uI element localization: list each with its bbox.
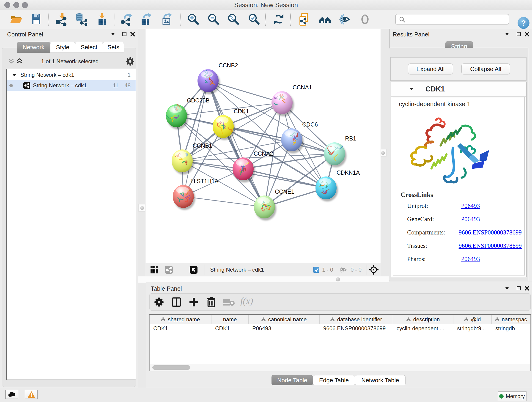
search-box[interactable] — [395, 14, 509, 25]
string-network-graph[interactable]: CCNB2CCNA1CDC25BCDK1CDC6RB1CCNB1CCNA2CDK… — [146, 29, 381, 263]
import-table-file-icon[interactable] — [96, 13, 109, 26]
tab-node-table[interactable]: Node Table — [272, 375, 313, 385]
help-button[interactable]: ? — [518, 17, 530, 29]
crosslink-link[interactable]: 9606.ENSP00000378699 — [459, 229, 522, 236]
results-panel-close-icon[interactable] — [525, 32, 530, 37]
import-network-database-icon[interactable] — [75, 13, 88, 26]
warnings-button[interactable] — [25, 390, 38, 399]
import-network-file-icon[interactable] — [55, 13, 68, 26]
tab-sets[interactable]: Sets — [103, 42, 124, 53]
edge-CCNB2-CCNE1[interactable] — [208, 81, 264, 207]
tab-select[interactable]: Select — [75, 42, 103, 53]
tab-edge-table[interactable]: Edge Table — [313, 375, 355, 385]
node-CDKN1A[interactable] — [316, 177, 338, 201]
expand-all-networks-icon[interactable] — [17, 58, 22, 65]
show-columns-icon[interactable] — [172, 297, 181, 307]
cdk1-section-header[interactable]: CDK1 — [391, 82, 526, 97]
network-canvas[interactable]: CCNB2CCNA1CDC25BCDK1CDC6RB1CCNB1CCNA2CDK… — [145, 29, 381, 263]
export-image-icon[interactable] — [160, 13, 173, 26]
add-column-icon[interactable] — [189, 297, 199, 307]
node-CDK1[interactable] — [213, 115, 235, 140]
column-header-canonical-name[interactable]: canonical name — [249, 315, 320, 324]
expand-all-button[interactable]: Expand All — [408, 64, 453, 75]
zoom-selected-icon[interactable] — [247, 13, 260, 26]
save-session-icon[interactable] — [30, 13, 43, 26]
crosslink-link[interactable]: P06493 — [461, 255, 480, 263]
table-splitter[interactable] — [138, 276, 389, 283]
edge-CCNA2-CDKN1A[interactable] — [243, 169, 326, 188]
left-splitter-handle[interactable] — [138, 204, 146, 211]
column-header-database-identifier[interactable]: database identifier — [320, 315, 393, 324]
crosslink-link[interactable]: P06493 — [461, 216, 480, 223]
birds-eye-view-icon[interactable] — [190, 266, 197, 274]
expander-icon[interactable] — [12, 74, 16, 76]
export-network-icon[interactable] — [120, 13, 133, 26]
results-panel-float-icon[interactable] — [517, 32, 521, 36]
search-input[interactable] — [408, 15, 507, 24]
node-CDC6[interactable] — [281, 128, 304, 153]
table-settings-gear-icon[interactable] — [154, 297, 164, 307]
table-cell[interactable]: P06493 — [249, 324, 320, 333]
table-panel-close-icon[interactable] — [525, 286, 530, 291]
control-panel-collapse-icon[interactable] — [111, 33, 114, 35]
cdk1-collapse-icon[interactable] — [409, 88, 413, 90]
collapse-all-networks-icon[interactable] — [8, 58, 14, 65]
crosslink-link[interactable]: 9606.ENSP00000378699 — [459, 242, 522, 249]
table-hscrollbar[interactable] — [150, 364, 530, 371]
table-cell[interactable]: 9606.ENSP00000378699 — [320, 324, 393, 333]
node-CCNE1[interactable] — [254, 196, 276, 220]
hidden-eye-slash-icon[interactable] — [340, 266, 347, 273]
tab-network-table[interactable]: Network Table — [355, 375, 405, 385]
node-CDC25B[interactable] — [166, 104, 188, 129]
table-hscrollbar-thumb[interactable] — [152, 365, 190, 370]
zoom-fit-icon[interactable] — [227, 13, 239, 26]
hide-selected-icon[interactable] — [338, 13, 351, 26]
tab-style[interactable]: Style — [50, 42, 75, 53]
fit-content-crosshair-icon[interactable] — [369, 265, 379, 274]
memory-button[interactable]: Memory — [498, 391, 526, 401]
node-CCNA2[interactable] — [233, 157, 255, 182]
results-panel-collapse-icon[interactable] — [505, 33, 509, 35]
table-panel-collapse-icon[interactable] — [505, 287, 509, 289]
column-header-@id[interactable]: @id — [453, 315, 492, 324]
crosslink-link[interactable]: P06493 — [461, 202, 480, 210]
node-table[interactable]: shared namenamecanonical namedatabase id… — [149, 314, 531, 371]
node-HIST1H1A[interactable] — [173, 185, 195, 210]
cloud-button[interactable] — [5, 390, 18, 399]
selected-checkbox-icon[interactable] — [313, 267, 319, 273]
network-tree-row[interactable]: String Network – cdk1 11 48 — [7, 80, 136, 91]
column-header-description[interactable]: description — [393, 315, 453, 324]
export-table-icon[interactable] — [140, 13, 152, 26]
column-header-name[interactable]: name — [211, 315, 249, 324]
zoom-out-icon[interactable] — [207, 13, 220, 26]
zoom-in-icon[interactable] — [186, 13, 199, 26]
open-session-icon[interactable] — [10, 13, 22, 26]
table-cell[interactable]: CDK1 — [211, 324, 249, 333]
table-cell[interactable]: stringdb:9... — [453, 324, 492, 333]
table-panel-float-icon[interactable] — [517, 286, 521, 290]
delete-column-trash-icon[interactable] — [206, 297, 216, 307]
table-splitter-handle[interactable] — [336, 277, 340, 281]
clone-network-icon[interactable] — [298, 13, 310, 26]
table-cell[interactable]: stringdb — [492, 324, 530, 333]
control-panel-close-icon[interactable] — [130, 32, 135, 37]
network-options-gear-icon[interactable] — [126, 57, 134, 66]
table-cell[interactable]: CDK1 — [150, 324, 211, 333]
network-view-icon[interactable] — [165, 266, 173, 274]
column-header-shared-name[interactable]: shared name — [150, 315, 211, 324]
grid-view-icon[interactable] — [151, 266, 158, 274]
node-CCNB2[interactable] — [197, 69, 220, 94]
table-cell[interactable]: cyclin-dependent ... — [393, 324, 453, 333]
control-panel-float-icon[interactable] — [122, 32, 127, 36]
first-neighbors-icon[interactable] — [318, 13, 331, 26]
edge-CCNE1-HIST1H1A[interactable] — [183, 196, 264, 207]
node-RB1[interactable] — [324, 142, 346, 167]
tab-network[interactable]: Network — [17, 42, 50, 53]
node-CCNA1[interactable] — [272, 91, 294, 116]
refresh-icon[interactable] — [272, 13, 285, 26]
show-all-icon[interactable] — [359, 13, 371, 26]
column-header-namespac[interactable]: namespac — [492, 315, 530, 324]
collapse-all-button[interactable]: Collapse All — [462, 64, 510, 75]
table-row[interactable]: CDK1CDK1P064939606.ENSP00000378699cyclin… — [150, 324, 530, 333]
network-tree-row[interactable]: String Network – cdk1 1 — [7, 70, 136, 80]
